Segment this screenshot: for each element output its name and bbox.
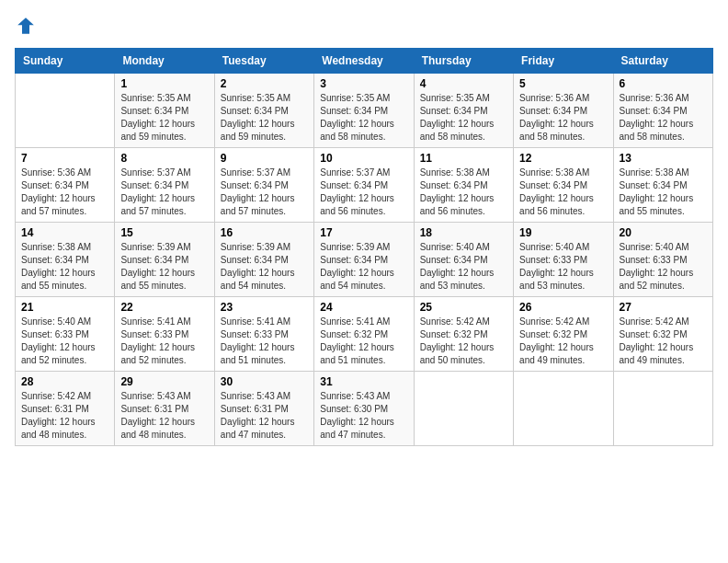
day-info: Sunrise: 5:39 AM Sunset: 6:34 PM Dayligh… — [320, 241, 407, 293]
day-number: 25 — [420, 301, 507, 314]
column-header-wednesday: Wednesday — [314, 49, 414, 74]
logo — [15, 15, 40, 37]
column-header-monday: Monday — [115, 49, 214, 74]
calendar-table: SundayMondayTuesdayWednesdayThursdayFrid… — [15, 48, 713, 446]
day-info: Sunrise: 5:35 AM Sunset: 6:34 PM Dayligh… — [320, 92, 407, 144]
day-info: Sunrise: 5:42 AM Sunset: 6:32 PM Dayligh… — [620, 316, 707, 367]
day-number: 28 — [21, 375, 108, 388]
day-info: Sunrise: 5:40 AM Sunset: 6:33 PM Dayligh… — [620, 241, 707, 293]
day-info: Sunrise: 5:40 AM Sunset: 6:34 PM Dayligh… — [420, 241, 507, 293]
calendar-header-row: SundayMondayTuesdayWednesdayThursdayFrid… — [16, 49, 713, 74]
column-header-thursday: Thursday — [414, 49, 513, 74]
day-info: Sunrise: 5:38 AM Sunset: 6:34 PM Dayligh… — [620, 167, 707, 218]
calendar-cell — [514, 372, 613, 446]
day-info: Sunrise: 5:41 AM Sunset: 6:33 PM Dayligh… — [120, 316, 208, 367]
calendar-cell: 22Sunrise: 5:41 AM Sunset: 6:33 PM Dayli… — [115, 297, 214, 372]
calendar-cell: 28Sunrise: 5:42 AM Sunset: 6:31 PM Dayli… — [16, 372, 115, 446]
day-number: 24 — [320, 301, 407, 314]
day-info: Sunrise: 5:40 AM Sunset: 6:33 PM Dayligh… — [21, 316, 108, 367]
column-header-tuesday: Tuesday — [214, 49, 313, 74]
day-info: Sunrise: 5:41 AM Sunset: 6:32 PM Dayligh… — [320, 316, 407, 367]
day-number: 15 — [120, 226, 208, 239]
calendar-cell: 20Sunrise: 5:40 AM Sunset: 6:33 PM Dayli… — [613, 223, 712, 297]
day-number: 7 — [21, 152, 108, 165]
day-info: Sunrise: 5:42 AM Sunset: 6:32 PM Dayligh… — [420, 316, 507, 367]
calendar-cell: 18Sunrise: 5:40 AM Sunset: 6:34 PM Dayli… — [414, 223, 513, 297]
calendar-cell: 23Sunrise: 5:41 AM Sunset: 6:33 PM Dayli… — [214, 297, 313, 372]
calendar-week-row: 21Sunrise: 5:40 AM Sunset: 6:33 PM Dayli… — [16, 297, 713, 372]
day-info: Sunrise: 5:42 AM Sunset: 6:31 PM Dayligh… — [21, 390, 108, 442]
column-header-sunday: Sunday — [16, 49, 115, 74]
day-number: 17 — [320, 226, 407, 239]
day-info: Sunrise: 5:43 AM Sunset: 6:30 PM Dayligh… — [320, 390, 407, 442]
day-number: 27 — [620, 301, 707, 314]
calendar-cell: 7Sunrise: 5:36 AM Sunset: 6:34 PM Daylig… — [16, 148, 115, 223]
page-header — [15, 15, 713, 37]
day-info: Sunrise: 5:35 AM Sunset: 6:34 PM Dayligh… — [120, 92, 208, 144]
column-header-saturday: Saturday — [613, 49, 712, 74]
calendar-week-row: 28Sunrise: 5:42 AM Sunset: 6:31 PM Dayli… — [16, 372, 713, 446]
calendar-cell — [414, 372, 513, 446]
calendar-cell: 15Sunrise: 5:39 AM Sunset: 6:34 PM Dayli… — [115, 223, 214, 297]
day-number: 16 — [221, 226, 308, 239]
day-number: 30 — [221, 375, 308, 388]
day-info: Sunrise: 5:38 AM Sunset: 6:34 PM Dayligh… — [21, 241, 108, 293]
day-number: 19 — [519, 226, 607, 239]
column-header-friday: Friday — [514, 49, 613, 74]
calendar-cell: 5Sunrise: 5:36 AM Sunset: 6:34 PM Daylig… — [514, 74, 613, 148]
day-number: 21 — [21, 301, 108, 314]
calendar-cell: 4Sunrise: 5:35 AM Sunset: 6:34 PM Daylig… — [414, 74, 513, 148]
day-number: 13 — [620, 152, 707, 165]
day-info: Sunrise: 5:36 AM Sunset: 6:34 PM Dayligh… — [21, 167, 108, 218]
calendar-cell: 17Sunrise: 5:39 AM Sunset: 6:34 PM Dayli… — [314, 223, 414, 297]
day-info: Sunrise: 5:36 AM Sunset: 6:34 PM Dayligh… — [620, 92, 707, 144]
calendar-cell: 9Sunrise: 5:37 AM Sunset: 6:34 PM Daylig… — [214, 148, 313, 223]
calendar-cell: 29Sunrise: 5:43 AM Sunset: 6:31 PM Dayli… — [115, 372, 214, 446]
logo-icon — [15, 15, 37, 37]
day-number: 8 — [120, 152, 208, 165]
day-info: Sunrise: 5:37 AM Sunset: 6:34 PM Dayligh… — [120, 167, 208, 218]
calendar-cell: 16Sunrise: 5:39 AM Sunset: 6:34 PM Dayli… — [214, 223, 313, 297]
day-number: 22 — [120, 301, 208, 314]
day-info: Sunrise: 5:37 AM Sunset: 6:34 PM Dayligh… — [221, 167, 308, 218]
calendar-cell: 8Sunrise: 5:37 AM Sunset: 6:34 PM Daylig… — [115, 148, 214, 223]
calendar-cell: 3Sunrise: 5:35 AM Sunset: 6:34 PM Daylig… — [314, 74, 414, 148]
calendar-cell: 25Sunrise: 5:42 AM Sunset: 6:32 PM Dayli… — [414, 297, 513, 372]
day-number: 5 — [519, 77, 607, 90]
day-info: Sunrise: 5:43 AM Sunset: 6:31 PM Dayligh… — [221, 390, 308, 442]
calendar-cell: 2Sunrise: 5:35 AM Sunset: 6:34 PM Daylig… — [214, 74, 313, 148]
calendar-week-row: 14Sunrise: 5:38 AM Sunset: 6:34 PM Dayli… — [16, 223, 713, 297]
day-info: Sunrise: 5:42 AM Sunset: 6:32 PM Dayligh… — [519, 316, 607, 367]
day-number: 6 — [620, 77, 707, 90]
calendar-cell: 6Sunrise: 5:36 AM Sunset: 6:34 PM Daylig… — [613, 74, 712, 148]
day-info: Sunrise: 5:35 AM Sunset: 6:34 PM Dayligh… — [221, 92, 308, 144]
day-number: 29 — [120, 375, 208, 388]
calendar-cell: 24Sunrise: 5:41 AM Sunset: 6:32 PM Dayli… — [314, 297, 414, 372]
day-number: 31 — [320, 375, 407, 388]
day-number: 18 — [420, 226, 507, 239]
calendar-cell: 1Sunrise: 5:35 AM Sunset: 6:34 PM Daylig… — [115, 74, 214, 148]
calendar-cell: 10Sunrise: 5:37 AM Sunset: 6:34 PM Dayli… — [314, 148, 414, 223]
day-number: 10 — [320, 152, 407, 165]
day-info: Sunrise: 5:38 AM Sunset: 6:34 PM Dayligh… — [420, 167, 507, 218]
day-number: 26 — [519, 301, 607, 314]
day-number: 2 — [221, 77, 308, 90]
calendar-cell: 26Sunrise: 5:42 AM Sunset: 6:32 PM Dayli… — [514, 297, 613, 372]
day-number: 20 — [620, 226, 707, 239]
day-number: 3 — [320, 77, 407, 90]
calendar-cell: 12Sunrise: 5:38 AM Sunset: 6:34 PM Dayli… — [514, 148, 613, 223]
calendar-cell: 21Sunrise: 5:40 AM Sunset: 6:33 PM Dayli… — [16, 297, 115, 372]
calendar-cell: 13Sunrise: 5:38 AM Sunset: 6:34 PM Dayli… — [613, 148, 712, 223]
day-number: 1 — [120, 77, 208, 90]
day-info: Sunrise: 5:41 AM Sunset: 6:33 PM Dayligh… — [221, 316, 308, 367]
calendar-cell — [16, 74, 115, 148]
calendar-cell: 11Sunrise: 5:38 AM Sunset: 6:34 PM Dayli… — [414, 148, 513, 223]
day-number: 11 — [420, 152, 507, 165]
day-number: 12 — [519, 152, 607, 165]
calendar-cell: 14Sunrise: 5:38 AM Sunset: 6:34 PM Dayli… — [16, 223, 115, 297]
calendar-week-row: 1Sunrise: 5:35 AM Sunset: 6:34 PM Daylig… — [16, 74, 713, 148]
calendar-cell: 27Sunrise: 5:42 AM Sunset: 6:32 PM Dayli… — [613, 297, 712, 372]
calendar-week-row: 7Sunrise: 5:36 AM Sunset: 6:34 PM Daylig… — [16, 148, 713, 223]
day-number: 9 — [221, 152, 308, 165]
svg-marker-0 — [17, 17, 34, 34]
